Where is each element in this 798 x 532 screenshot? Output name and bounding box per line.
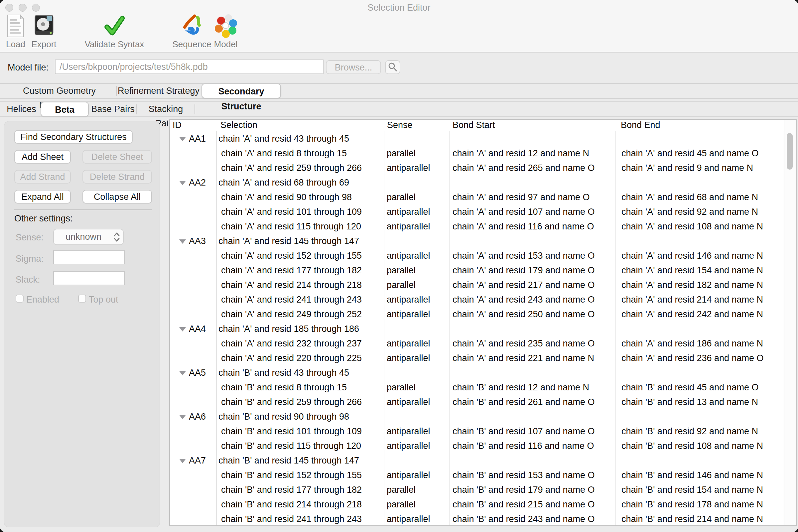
collapse-all-button[interactable]: Collapse All [82,190,152,204]
window-title: Selection Editor [0,3,798,13]
table-row[interactable]: chain 'A' and resid 90 through 98paralle… [170,190,784,205]
vertical-scrollbar[interactable] [784,120,796,525]
table-row[interactable]: chain 'A' and resid 220 through 225antip… [170,351,784,365]
table-row[interactable]: chain 'A' and resid 115 through 120antip… [170,219,784,234]
row-sense: antiparallel [384,439,449,453]
tab-custom-geometry-restraints[interactable]: Custom Geometry Restraints [4,84,115,98]
table-row[interactable]: AA5chain 'B' and resid 43 through 45 [170,365,784,380]
disclosure-triangle-icon[interactable] [179,181,186,185]
table-row[interactable]: chain 'B' and resid 152 through 155antip… [170,468,784,482]
subtab-helices[interactable]: Helices [4,102,39,116]
table-row[interactable]: AA4chain 'A' and resid 185 through 186 [170,322,784,336]
search-model-button[interactable] [385,60,400,74]
disclosure-triangle-icon[interactable] [179,137,186,141]
row-selection: chain 'B' and resid 8 through 15 [216,380,384,395]
browse-button[interactable]: Browse... [326,60,381,74]
row-bond-start [449,365,615,380]
row-id-cell [170,512,216,525]
table-row[interactable]: chain 'A' and resid 101 through 109antip… [170,205,784,219]
row-selection: chain 'B' and resid 145 through 147 [216,453,384,468]
selection-editor-window: Selection Editor Load [0,0,798,532]
top-out-checkbox[interactable] [78,294,86,303]
model-file-input[interactable] [55,59,324,74]
table-row[interactable]: chain 'A' and resid 177 through 182paral… [170,263,784,278]
header-bond-start[interactable]: Bond Start [453,120,495,131]
add-sheet-button[interactable]: Add Sheet [14,150,71,164]
sigma-input[interactable] [53,250,125,264]
row-sense: parallel [384,380,449,395]
table-row[interactable]: AA6chain 'B' and resid 90 through 98 [170,409,784,424]
disclosure-triangle-icon[interactable] [179,415,186,419]
sense-dropdown[interactable]: unknown [53,229,124,245]
expand-all-button[interactable]: Expand All [14,190,71,204]
row-bond-end: chain 'B' and resid 108 and name N [615,439,783,453]
sub-tab-bar: Helices Beta Sheets Base Pairs Stacking … [0,101,798,117]
enabled-checkbox[interactable] [16,294,24,303]
subtab-base-pairs[interactable]: Base Pairs [91,102,135,116]
header-sense[interactable]: Sense [387,120,413,131]
table-row[interactable]: chain 'A' and resid 259 through 266antip… [170,160,784,175]
row-bond-end: chain 'A' and resid 92 and name N [615,205,783,219]
row-id-cell[interactable]: AA1 [170,131,216,146]
disclosure-triangle-icon[interactable] [179,371,186,375]
table-row[interactable]: chain 'A' and resid 214 through 218paral… [170,278,784,292]
disclosure-triangle-icon[interactable] [179,459,186,463]
header-selection[interactable]: Selection [221,120,258,131]
row-id-cell[interactable]: AA4 [170,322,216,336]
table-row[interactable]: chain 'A' and resid 241 through 243antip… [170,292,784,307]
table-row[interactable]: AA1chain 'A' and resid 43 through 45 [170,131,784,146]
row-id-cell[interactable]: AA3 [170,234,216,248]
row-bond-end: chain 'B' and resid 214 and name N [615,512,783,525]
row-bond-start [449,453,615,468]
table-row[interactable]: AA2chain 'A' and resid 68 through 69 [170,175,784,190]
row-id-cell [170,439,216,453]
table-row[interactable]: chain 'B' and resid 177 through 182paral… [170,482,784,497]
subtab-stacking-pairs[interactable]: Stacking Pairs [138,102,193,116]
row-id-cell[interactable]: AA7 [170,453,216,468]
row-selection: chain 'A' and resid 43 through 45 [216,131,384,146]
find-secondary-structures-button[interactable]: Find Secondary Structures [14,130,133,144]
row-bond-end [615,175,783,190]
header-id[interactable]: ID [173,120,182,131]
validate-syntax-button[interactable]: Validate Syntax [85,13,144,50]
header-bond-end[interactable]: Bond End [621,120,660,131]
table-row[interactable]: chain 'B' and resid 101 through 109antip… [170,424,784,439]
delete-strand-button: Delete Strand [82,170,152,184]
export-button[interactable]: Export [31,13,56,50]
table-row[interactable]: chain 'B' and resid 8 through 15parallel… [170,380,784,395]
subtab-beta-sheets[interactable]: Beta Sheets [41,102,89,117]
table-row[interactable]: chain 'A' and resid 8 through 15parallel… [170,146,784,160]
sheet-id: AA5 [189,365,206,380]
tab-refinement-strategy[interactable]: Refinement Strategy [117,84,200,98]
table-row[interactable]: chain 'A' and resid 249 through 252antip… [170,307,784,322]
model-button[interactable]: Model [214,13,238,50]
sheet-id: AA6 [189,409,206,424]
row-bond-start [449,175,615,190]
top-out-label: Top out [89,294,118,305]
disclosure-triangle-icon[interactable] [179,240,186,244]
load-button[interactable]: Load [6,13,25,50]
disclosure-triangle-icon[interactable] [179,327,186,331]
table-row[interactable]: AA7chain 'B' and resid 145 through 147 [170,453,784,468]
row-id-cell[interactable]: AA5 [170,365,216,380]
row-bond-start: chain 'A' and resid 97 and name O [449,190,615,205]
other-settings-heading: Other settings: [14,213,73,224]
row-sense: parallel [384,497,449,512]
row-bond-end: chain 'A' and resid 146 and name N [615,248,783,263]
table-row[interactable]: chain 'B' and resid 115 through 120antip… [170,439,784,453]
tab-secondary-structure[interactable]: Secondary Structure [202,83,281,98]
row-id-cell[interactable]: AA6 [170,409,216,424]
row-selection: chain 'A' and resid 232 through 237 [216,336,384,351]
sequence-button[interactable]: Sequence [172,13,211,50]
table-row[interactable]: chain 'A' and resid 152 through 155antip… [170,248,784,263]
table-header: ID Selection Sense Bond Start Bond End [170,120,796,131]
table-row[interactable]: chain 'B' and resid 214 through 218paral… [170,497,784,512]
table-row[interactable]: chain 'A' and resid 232 through 237antip… [170,336,784,351]
table-row[interactable]: chain 'B' and resid 241 through 243antip… [170,512,784,525]
slack-input[interactable] [53,271,125,285]
table-row[interactable]: AA3chain 'A' and resid 145 through 147 [170,234,784,248]
scrollbar-thumb[interactable] [787,133,793,170]
row-bond-start: chain 'A' and resid 243 and name O [449,292,615,307]
row-id-cell[interactable]: AA2 [170,175,216,190]
table-row[interactable]: chain 'B' and resid 259 through 266antip… [170,395,784,409]
